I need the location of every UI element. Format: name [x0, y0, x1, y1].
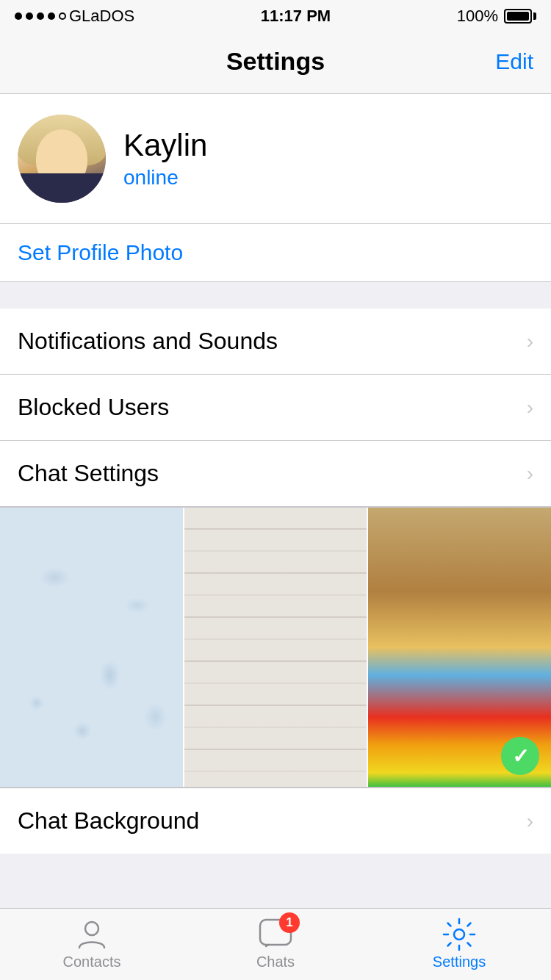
- wallpaper-item-2[interactable]: [184, 508, 369, 787]
- tab-settings-label: Settings: [433, 954, 486, 970]
- carrier-name: GLaDOS: [69, 7, 134, 26]
- status-right: 100%: [457, 7, 536, 26]
- chevron-right-icon: ›: [527, 462, 533, 486]
- contacts-icon: [73, 918, 110, 951]
- avatar-image: [18, 115, 106, 203]
- signal-dots: [15, 12, 66, 20]
- chats-icon: 1: [257, 918, 294, 951]
- settings-icon: [441, 918, 478, 951]
- settings-list: Notifications and Sounds › Blocked Users…: [0, 309, 551, 507]
- battery-tip: [533, 12, 536, 20]
- battery-icon: [504, 9, 536, 24]
- status-left: GLaDOS: [15, 7, 134, 26]
- chevron-right-icon: ›: [527, 396, 533, 419]
- signal-dot-3: [37, 12, 44, 20]
- battery-percentage: 100%: [457, 7, 498, 26]
- chat-settings-item[interactable]: Chat Settings ›: [0, 441, 551, 507]
- avatar-body: [18, 173, 106, 203]
- profile-info: Kaylin online: [123, 128, 207, 190]
- navigation-bar: Settings Edit: [0, 29, 551, 94]
- chat-background-item[interactable]: Chat Background ›: [0, 788, 551, 854]
- wallpaper-section: [0, 507, 551, 788]
- section-divider: [0, 282, 551, 309]
- signal-dot-5: [59, 12, 66, 20]
- wallpaper-wood-lines: [184, 508, 367, 787]
- svg-point-0: [85, 922, 98, 935]
- battery-body: [504, 9, 532, 24]
- battery-fill: [507, 12, 529, 21]
- tab-contacts-label: Contacts: [63, 954, 121, 970]
- chevron-right-icon: ›: [527, 810, 533, 833]
- chat-settings-label: Chat Settings: [18, 460, 159, 487]
- set-profile-photo-section[interactable]: Set Profile Photo: [0, 224, 551, 282]
- selected-checkmark: [501, 737, 539, 775]
- notifications-sounds-item[interactable]: Notifications and Sounds ›: [0, 309, 551, 375]
- status-time: 11:17 PM: [261, 7, 331, 26]
- signal-dot-4: [48, 12, 55, 20]
- notifications-sounds-label: Notifications and Sounds: [18, 328, 278, 355]
- tab-chats-label: Chats: [256, 954, 295, 970]
- profile-status: online: [123, 166, 207, 190]
- blocked-users-label: Blocked Users: [18, 394, 169, 421]
- chats-badge: 1: [279, 912, 300, 933]
- svg-point-2: [454, 929, 464, 940]
- wallpaper-item-3[interactable]: [368, 508, 551, 787]
- signal-dot-2: [26, 12, 33, 20]
- tab-contacts[interactable]: Contacts: [0, 909, 184, 980]
- chat-background-label: Chat Background: [18, 807, 199, 835]
- chevron-right-icon: ›: [527, 330, 533, 353]
- page-title: Settings: [226, 47, 325, 76]
- tab-bar: Contacts 1 Chats Settings: [0, 908, 551, 980]
- wallpaper-pattern: [0, 508, 183, 787]
- avatar[interactable]: [18, 115, 106, 203]
- blocked-users-item[interactable]: Blocked Users ›: [0, 375, 551, 441]
- edit-button[interactable]: Edit: [495, 49, 533, 74]
- wallpaper-grid: [0, 508, 551, 787]
- profile-section: Kaylin online: [0, 94, 551, 224]
- set-profile-photo-link[interactable]: Set Profile Photo: [18, 240, 183, 264]
- signal-dot-1: [15, 12, 22, 20]
- wallpaper-item-1[interactable]: [0, 508, 184, 787]
- profile-name: Kaylin: [123, 128, 207, 163]
- status-bar: GLaDOS 11:17 PM 100%: [0, 0, 551, 29]
- tab-settings[interactable]: Settings: [367, 909, 551, 980]
- tab-chats[interactable]: 1 Chats: [184, 909, 367, 980]
